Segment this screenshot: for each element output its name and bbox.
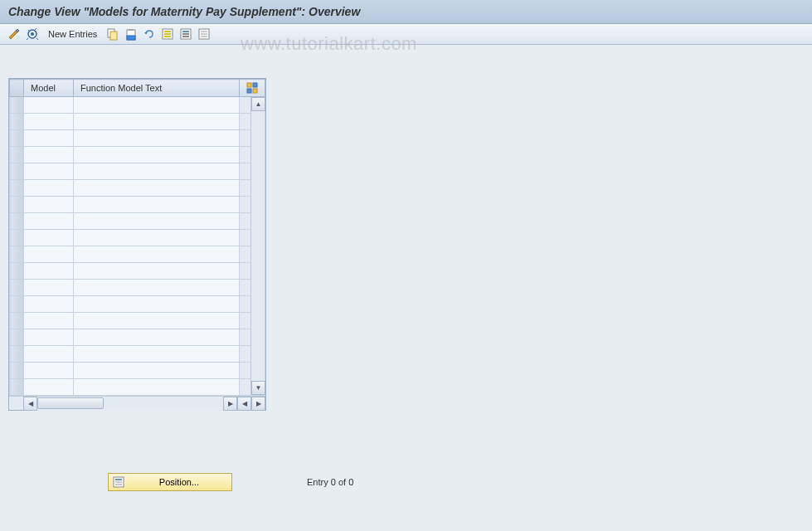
- column-header-model[interactable]: Model: [24, 80, 74, 97]
- row-selector[interactable]: [10, 313, 24, 329]
- cell-text[interactable]: [74, 147, 240, 163]
- cell-text[interactable]: [74, 97, 240, 114]
- cell-text[interactable]: [74, 163, 240, 180]
- row-selector[interactable]: [10, 379, 24, 396]
- cell-model[interactable]: [24, 329, 74, 346]
- cell-text[interactable]: [74, 363, 240, 379]
- data-table: Model Function Model Text: [9, 79, 265, 396]
- table-row: [10, 180, 265, 197]
- content-area: Model Function Model Text ▲ ▼ ◀ ▶ ◀ ▶: [0, 45, 812, 419]
- table-row: [10, 246, 265, 263]
- cell-text[interactable]: [74, 180, 240, 197]
- cell-model[interactable]: [24, 147, 74, 163]
- row-selector[interactable]: [10, 329, 24, 346]
- svg-rect-3: [110, 32, 117, 40]
- deselect-all-icon[interactable]: [197, 27, 212, 41]
- cell-model[interactable]: [24, 346, 74, 363]
- scroll-down-button[interactable]: ▼: [251, 381, 265, 395]
- row-selector[interactable]: [10, 346, 24, 363]
- cell-model[interactable]: [24, 197, 74, 213]
- cell-model[interactable]: [24, 296, 74, 313]
- cell-text[interactable]: [74, 130, 240, 147]
- table-row: [10, 163, 265, 180]
- svg-rect-23: [115, 479, 122, 480]
- table-row: [10, 130, 265, 147]
- toggle-display-change-icon[interactable]: [7, 27, 22, 41]
- row-selector[interactable]: [10, 97, 24, 114]
- position-button[interactable]: Position...: [108, 473, 232, 491]
- svg-rect-25: [115, 484, 122, 485]
- cell-model[interactable]: [24, 263, 74, 280]
- scroll-track-horizontal[interactable]: [37, 397, 223, 411]
- cell-text[interactable]: [74, 230, 240, 246]
- cell-text[interactable]: [74, 114, 240, 130]
- row-selector[interactable]: [10, 213, 24, 230]
- svg-rect-9: [164, 36, 171, 37]
- copy-icon[interactable]: [105, 27, 120, 41]
- row-selector[interactable]: [10, 180, 24, 197]
- cell-model[interactable]: [24, 379, 74, 396]
- column-header-text[interactable]: Function Model Text: [74, 80, 240, 97]
- row-selector[interactable]: [10, 246, 24, 263]
- cell-model[interactable]: [24, 114, 74, 130]
- table-settings-button[interactable]: [240, 80, 265, 97]
- row-selector[interactable]: [10, 280, 24, 296]
- cell-text[interactable]: [74, 280, 240, 296]
- cell-model[interactable]: [24, 97, 74, 114]
- svg-rect-19: [253, 83, 257, 87]
- vertical-scrollbar[interactable]: ▲ ▼: [250, 97, 265, 395]
- cell-text[interactable]: [74, 197, 240, 213]
- horizontal-scrollbar[interactable]: ◀ ▶ ◀ ▶: [9, 396, 265, 410]
- scroll-left-button[interactable]: ◀: [23, 397, 37, 411]
- position-icon: [112, 475, 125, 489]
- scroll-track-vertical[interactable]: [251, 111, 265, 381]
- table-row: [10, 97, 265, 114]
- cell-model[interactable]: [24, 363, 74, 379]
- other-view-icon[interactable]: [25, 27, 40, 41]
- scroll-up-button[interactable]: ▲: [251, 97, 265, 111]
- row-selector[interactable]: [10, 230, 24, 246]
- select-block-icon[interactable]: [178, 27, 193, 41]
- row-selector[interactable]: [10, 363, 24, 379]
- row-selector[interactable]: [10, 163, 24, 180]
- cell-text[interactable]: [74, 379, 240, 396]
- row-selector[interactable]: [10, 197, 24, 213]
- row-selector[interactable]: [10, 114, 24, 130]
- undo-change-icon[interactable]: [142, 27, 157, 41]
- cell-model[interactable]: [24, 180, 74, 197]
- row-selector[interactable]: [10, 263, 24, 280]
- new-entries-button[interactable]: New Entries: [43, 29, 102, 39]
- table-container: Model Function Model Text ▲ ▼ ◀ ▶ ◀ ▶: [8, 78, 266, 411]
- svg-rect-13: [182, 36, 189, 37]
- table-row: [10, 379, 265, 396]
- cell-text[interactable]: [74, 329, 240, 346]
- cell-text[interactable]: [74, 313, 240, 329]
- row-selector[interactable]: [10, 296, 24, 313]
- cell-text[interactable]: [74, 213, 240, 230]
- cell-model[interactable]: [24, 130, 74, 147]
- cell-model[interactable]: [24, 230, 74, 246]
- cell-text[interactable]: [74, 346, 240, 363]
- cell-model[interactable]: [24, 280, 74, 296]
- scroll-thumb-horizontal[interactable]: [37, 397, 104, 409]
- title-bar: Change View "Models for Maternity Pay Su…: [0, 0, 812, 24]
- cell-text[interactable]: [74, 263, 240, 280]
- scroll-left-end-button[interactable]: ◀: [237, 397, 251, 411]
- scroll-right-button[interactable]: ▶: [223, 397, 237, 411]
- select-all-icon[interactable]: [160, 27, 175, 41]
- row-selector-header[interactable]: [10, 80, 24, 97]
- delete-icon[interactable]: [124, 27, 139, 41]
- cell-text[interactable]: [74, 246, 240, 263]
- page-title: Change View "Models for Maternity Pay Su…: [8, 5, 804, 18]
- row-selector[interactable]: [10, 130, 24, 147]
- svg-rect-7: [164, 31, 171, 32]
- cell-model[interactable]: [24, 213, 74, 230]
- cell-model[interactable]: [24, 163, 74, 180]
- svg-rect-21: [253, 89, 257, 93]
- cell-text[interactable]: [74, 296, 240, 313]
- cell-model[interactable]: [24, 313, 74, 329]
- scroll-right-end-button[interactable]: ▶: [251, 397, 265, 411]
- svg-rect-16: [201, 33, 207, 35]
- cell-model[interactable]: [24, 246, 74, 263]
- row-selector[interactable]: [10, 147, 24, 163]
